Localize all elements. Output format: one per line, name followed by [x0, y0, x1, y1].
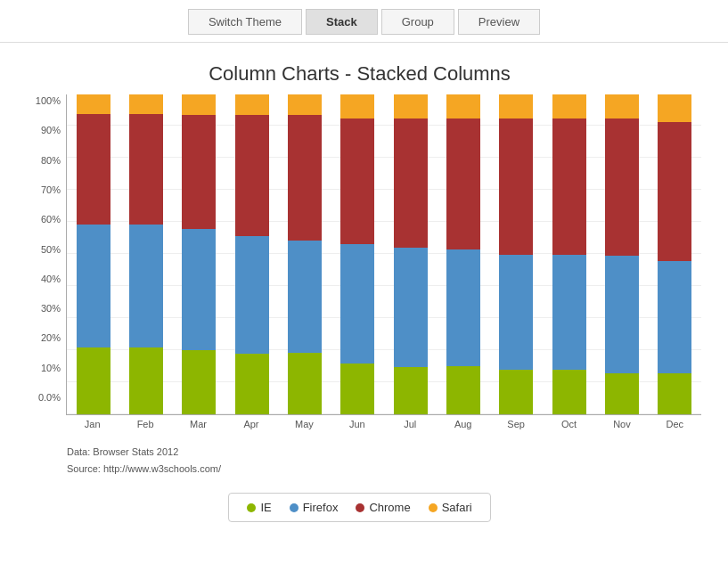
toolbar: Switch ThemeStackGroupPreview [0, 0, 728, 43]
legend-dot-ie [247, 503, 256, 512]
toolbar-btn-switch-theme[interactable]: Switch Theme [188, 9, 302, 35]
bar-segment-ie [605, 373, 639, 414]
y-label: 100% [27, 96, 61, 106]
x-label-nov: Nov [595, 419, 648, 429]
bar-segment-safari [605, 94, 639, 118]
x-label-sep: Sep [489, 419, 542, 429]
legend-label-chrome: Chrome [369, 501, 410, 514]
legend-item-safari: Safari [429, 501, 472, 514]
footer-line2: Source: http://www.w3schools.com/ [67, 461, 701, 478]
bar-segment-safari [288, 94, 322, 115]
y-label: 10% [27, 364, 61, 373]
toolbar-btn-preview[interactable]: Preview [458, 9, 540, 35]
bar-segment-safari [499, 94, 533, 118]
bar-segment-safari [446, 94, 480, 118]
bar-segment-firefox [499, 255, 533, 371]
legend-label-ie: IE [260, 501, 271, 514]
y-label: 60% [27, 215, 61, 225]
bar-segment-firefox [446, 249, 480, 366]
stacked-bar [288, 94, 322, 414]
bar-segment-safari [77, 94, 110, 114]
stacked-bar [77, 94, 110, 414]
stacked-bar [552, 94, 586, 414]
bar-group-dec [649, 94, 701, 414]
legend-item-ie: IE [247, 501, 271, 514]
legend-label-firefox: Firefox [303, 501, 339, 514]
y-label: 0.0% [27, 393, 61, 403]
bar-segment-chrome [658, 122, 691, 262]
plot-area: JanFebMarAprMayJunJulAugSepOctNovDec [66, 94, 701, 429]
legend-item-chrome: Chrome [356, 501, 410, 514]
bar-segment-firefox [394, 248, 428, 367]
bar-segment-ie [129, 347, 163, 414]
bar-segment-safari [235, 94, 269, 115]
toolbar-btn-group[interactable]: Group [381, 9, 454, 35]
bar-segment-firefox [658, 261, 691, 373]
bar-segment-chrome [552, 118, 586, 255]
toolbar-btn-stack[interactable]: Stack [306, 9, 378, 35]
stacked-bar [129, 94, 163, 414]
bar-segment-ie [394, 367, 428, 414]
bar-segment-firefox [552, 255, 586, 371]
y-label: 50% [27, 245, 61, 255]
y-label: 90% [27, 126, 61, 135]
bar-segment-firefox [182, 229, 216, 350]
x-label-oct: Oct [543, 419, 595, 429]
legend-label-safari: Safari [442, 501, 472, 514]
x-label-jul: Jul [384, 419, 437, 429]
bar-segment-ie [446, 366, 480, 414]
bar-segment-ie [552, 370, 586, 414]
bar-segment-safari [552, 94, 586, 118]
legend-dot-chrome [356, 503, 364, 512]
x-label-feb: Feb [119, 419, 171, 429]
bar-segment-safari [182, 94, 216, 115]
bar-segment-firefox [77, 225, 110, 347]
bar-segment-chrome [129, 114, 163, 224]
bar-segment-ie [288, 353, 322, 414]
bar-group-apr [225, 94, 278, 414]
x-label-jun: Jun [331, 419, 383, 429]
bar-segment-firefox [605, 256, 639, 372]
bar-segment-ie [235, 354, 269, 414]
y-label: 30% [27, 304, 61, 314]
y-label: 70% [27, 185, 61, 195]
bar-segment-chrome [340, 118, 374, 244]
bar-segment-safari [394, 94, 428, 118]
bars-row [66, 94, 701, 415]
bar-segment-ie [340, 364, 374, 414]
bar-group-sep [490, 94, 543, 414]
y-label: 80% [27, 156, 61, 166]
stacked-bar [658, 94, 691, 414]
bar-segment-chrome [605, 118, 639, 256]
bar-segment-safari [129, 94, 163, 114]
bar-group-oct [543, 94, 595, 414]
y-label: 20% [27, 333, 61, 343]
stacked-bar [182, 94, 216, 414]
bar-segment-ie [77, 347, 110, 414]
stacked-bar [499, 94, 533, 414]
y-axis: 0.0%10%20%30%40%50%60%70%80%90%100% [27, 94, 66, 429]
bar-group-jul [384, 94, 437, 414]
bar-segment-chrome [446, 118, 480, 249]
legend: IEFirefoxChromeSafari [228, 493, 490, 522]
bar-segment-ie [658, 373, 691, 414]
chart-container: Column Charts - Stacked Columns 0.0%10%2… [0, 43, 728, 522]
legend-dot-safari [429, 503, 438, 512]
x-label-dec: Dec [649, 419, 701, 429]
x-label-jan: Jan [66, 419, 119, 429]
bar-segment-firefox [235, 236, 269, 354]
legend-dot-firefox [290, 503, 299, 512]
bar-segment-chrome [182, 115, 216, 229]
bar-segment-chrome [235, 115, 269, 236]
bar-segment-chrome [499, 118, 533, 255]
bar-group-feb [119, 94, 172, 414]
stacked-bar [605, 94, 639, 414]
bar-group-mar [173, 94, 225, 414]
chart-footer: Data: Browser Stats 2012 Source: http://… [67, 444, 701, 477]
chart-area: 0.0%10%20%30%40%50%60%70%80%90%100% JanF… [27, 94, 701, 429]
x-label-aug: Aug [437, 419, 489, 429]
x-axis: JanFebMarAprMayJunJulAugSepOctNovDec [66, 419, 701, 429]
bar-segment-chrome [77, 114, 110, 224]
stacked-bar [235, 94, 269, 414]
stacked-bar [446, 94, 480, 414]
